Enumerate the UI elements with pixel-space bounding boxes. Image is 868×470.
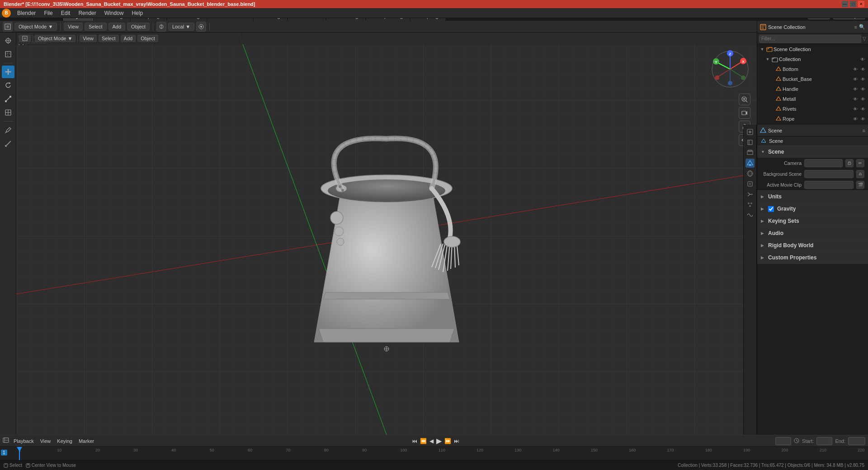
outliner-search-button[interactable]: 🔍: [859, 24, 865, 30]
outliner-item-scene-collection[interactable]: ▼ Scene Collection: [757, 44, 868, 54]
outliner-item-handle[interactable]: › Handle 👁 👁: [757, 84, 868, 94]
snap-target[interactable]: Local ▼: [168, 23, 194, 31]
menu-window[interactable]: Window: [101, 9, 127, 17]
view-layer-props-tab[interactable]: [745, 148, 755, 157]
current-frame-input[interactable]: 1: [775, 437, 791, 445]
vp-select-menu[interactable]: Select: [99, 35, 119, 42]
object-menu[interactable]: Object: [127, 23, 150, 31]
menu-render[interactable]: Render: [75, 9, 99, 17]
close-button[interactable]: ✕: [858, 1, 864, 7]
viewport-gizmo[interactable]: Z X Y: [710, 49, 750, 89]
rivets-render-eye[interactable]: 👁: [860, 107, 866, 112]
play-reverse-button[interactable]: ◀: [429, 438, 434, 444]
modifier-props-tab[interactable]: [745, 190, 755, 199]
metall-render-eye[interactable]: 👁: [860, 97, 866, 102]
outliner-item-bucket-base[interactable]: › Bucket_Base 👁 👁: [757, 74, 868, 84]
viewport-editor-type[interactable]: [19, 35, 31, 42]
snap-button[interactable]: [156, 22, 166, 32]
outliner-search-input[interactable]: [759, 35, 861, 43]
bg-scene-value[interactable]: [804, 170, 854, 178]
tl-editor-type-icon[interactable]: [3, 437, 9, 445]
start-frame-input[interactable]: 1: [816, 437, 832, 445]
camera-picker-btn[interactable]: ✏: [856, 159, 864, 167]
add-menu[interactable]: Add: [108, 23, 126, 31]
select-tool[interactable]: [2, 48, 14, 61]
folder-icon: [772, 56, 778, 62]
viewport[interactable]: Object Mode ▼ View Select Add Object Use…: [16, 33, 757, 435]
scene-section-header[interactable]: ▼ Scene: [757, 146, 868, 158]
minimize-button[interactable]: —: [842, 1, 848, 7]
output-props-tab[interactable]: [745, 138, 755, 147]
properties-options-button[interactable]: ≡: [863, 128, 865, 133]
render-props-tab[interactable]: [745, 127, 755, 136]
next-keyframe-button[interactable]: ⏩: [444, 438, 451, 444]
view-menu[interactable]: View: [64, 23, 83, 31]
object-props-tab[interactable]: [745, 179, 755, 188]
menu-help[interactable]: Help: [128, 9, 146, 17]
outliner-filter-button[interactable]: ≡: [854, 24, 857, 30]
units-section-header[interactable]: ▶ Units: [757, 191, 868, 202]
gravity-checkbox[interactable]: [768, 206, 774, 212]
zoom-in-button[interactable]: [739, 94, 750, 105]
vp-view-menu[interactable]: View: [80, 35, 97, 42]
custom-properties-header[interactable]: ▶ Custom Properties: [757, 252, 868, 263]
movie-clip-value[interactable]: [804, 181, 854, 189]
prev-keyframe-button[interactable]: ⏪: [420, 438, 427, 444]
vp-object-mode[interactable]: Object Mode ▼: [35, 35, 75, 42]
cursor-tool[interactable]: [2, 34, 14, 47]
outliner-item-rope[interactable]: › Rope 👁 👁: [757, 114, 868, 124]
rotate-tool[interactable]: [2, 79, 14, 92]
viewport-type-button[interactable]: [3, 22, 13, 32]
play-button[interactable]: ▶: [436, 437, 442, 445]
object-mode-dropdown[interactable]: Object Mode ▼: [14, 23, 57, 31]
world-props-tab[interactable]: [745, 169, 755, 178]
timeline-ruler[interactable]: 1 10 20 30 40 50 60 70 80 90 100 110 120…: [0, 447, 868, 461]
particle-props-tab[interactable]: [745, 200, 755, 209]
outliner-item-rivets[interactable]: › Rivets 👁 👁: [757, 104, 868, 114]
playhead[interactable]: [19, 447, 20, 461]
audio-section-header[interactable]: ▶ Audio: [757, 227, 868, 239]
tl-playback-menu[interactable]: Playback: [12, 438, 36, 444]
tl-keying-menu[interactable]: Keying: [55, 438, 74, 444]
properties-icon-strip: [743, 125, 757, 435]
annotate-tool[interactable]: [2, 124, 14, 136]
menu-file[interactable]: File: [40, 9, 56, 17]
ruler-tick-130: 130: [514, 448, 521, 452]
maximize-button[interactable]: □: [850, 1, 856, 7]
end-frame-input[interactable]: 250: [848, 437, 865, 445]
rigid-body-world-header[interactable]: ▶ Rigid Body World: [757, 240, 868, 251]
proportional-edit-button[interactable]: [196, 22, 206, 32]
transform-tool[interactable]: [2, 106, 14, 119]
movie-clip-icon-btn[interactable]: 🎬: [856, 181, 864, 189]
outliner-item-metall[interactable]: › Metall 👁 👁: [757, 94, 868, 104]
bg-scene-icon-btn[interactable]: [856, 170, 864, 178]
tl-marker-menu[interactable]: Marker: [77, 438, 96, 444]
menu-edit[interactable]: Edit: [57, 9, 74, 17]
jump-to-end-button[interactable]: ⏭: [454, 438, 459, 444]
move-tool[interactable]: [2, 66, 14, 78]
keying-sets-header[interactable]: ▶ Keying Sets: [757, 215, 868, 227]
scene-props-tab[interactable]: [745, 159, 755, 168]
scale-tool[interactable]: [2, 93, 14, 105]
tl-view-menu[interactable]: View: [38, 438, 53, 444]
jump-to-start-button[interactable]: ⏮: [412, 438, 417, 444]
select-menu[interactable]: Select: [85, 23, 107, 31]
bottom-render-eye[interactable]: 👁: [860, 67, 866, 72]
outliner-item-collection[interactable]: ▼ Collection 👁: [757, 54, 868, 64]
handle-render-eye[interactable]: 👁: [860, 87, 866, 92]
vp-object-menu[interactable]: Object: [137, 35, 158, 42]
camera-view-button[interactable]: [739, 107, 750, 119]
svg-point-93: [747, 171, 753, 176]
svg-line-34: [238, 33, 387, 435]
camera-edit-btn[interactable]: [845, 159, 854, 167]
camera-value[interactable]: [804, 159, 843, 167]
start-label: Start:: [802, 438, 814, 444]
outliner-item-bottom[interactable]: › Bottom 👁 👁: [757, 64, 868, 74]
bucketbase-render-eye[interactable]: 👁: [860, 77, 866, 82]
rope-render-eye[interactable]: 👁: [860, 117, 866, 122]
vp-add-menu[interactable]: Add: [121, 35, 136, 42]
measure-tool[interactable]: [2, 137, 14, 150]
physics-props-tab[interactable]: [745, 211, 755, 220]
menu-blender[interactable]: Blender: [14, 9, 39, 17]
gravity-section-header[interactable]: ▶ Gravity: [757, 203, 868, 215]
